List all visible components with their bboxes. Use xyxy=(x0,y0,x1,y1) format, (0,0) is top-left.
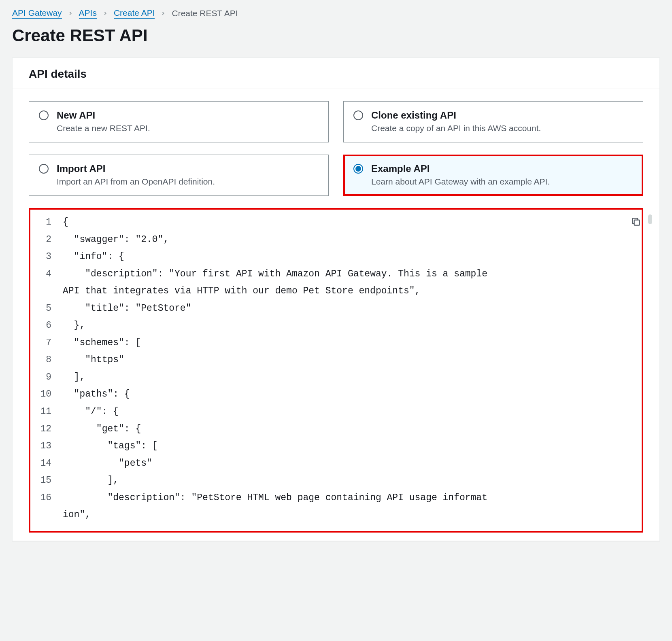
line-number: 4 xyxy=(30,265,63,283)
line-content: }, xyxy=(63,317,629,334)
line-content: { xyxy=(63,214,629,231)
chevron-right-icon xyxy=(102,8,108,18)
radio-icon xyxy=(39,110,49,120)
line-number: 8 xyxy=(30,351,63,369)
line-number: 16 xyxy=(30,489,63,507)
code-line: ion", xyxy=(30,506,629,524)
code-line: 4 "description": "Your first API with Am… xyxy=(30,265,629,283)
line-number: 7 xyxy=(30,334,63,352)
line-content: ], xyxy=(63,472,629,489)
code-line: 8 "https" xyxy=(30,351,629,369)
line-number: 15 xyxy=(30,472,63,489)
option-title: Import API xyxy=(57,163,215,174)
line-number: 2 xyxy=(30,231,63,248)
code-line: 16 "description": "PetStore HTML web pag… xyxy=(30,489,629,507)
line-number: 12 xyxy=(30,420,63,438)
code-line: 12 "get": { xyxy=(30,420,629,438)
breadcrumb-link-api-gateway[interactable]: API Gateway xyxy=(12,8,62,19)
option-import-api[interactable]: Import API Import an API from an OpenAPI… xyxy=(29,155,329,196)
line-number: 3 xyxy=(30,248,63,265)
chevron-right-icon xyxy=(160,8,166,18)
line-content: "title": "PetStore" xyxy=(63,300,629,317)
line-content: "/": { xyxy=(63,403,629,420)
line-number: 1 xyxy=(30,214,63,231)
line-content: ion", xyxy=(63,506,629,524)
radio-icon xyxy=(353,110,363,120)
line-number: 13 xyxy=(30,437,63,455)
option-desc: Import an API from an OpenAPI definition… xyxy=(57,177,215,187)
option-desc: Learn about API Gateway with an example … xyxy=(371,177,550,187)
code-line: 7 "schemes": [ xyxy=(30,334,629,352)
line-content: "schemes": [ xyxy=(63,334,629,352)
line-content: "description": "Your first API with Amaz… xyxy=(63,265,629,283)
line-content: API that integrates via HTTP with our de… xyxy=(63,282,629,300)
page-title: Create REST API xyxy=(12,26,660,45)
breadcrumb: API Gateway APIs Create API Create REST … xyxy=(12,8,660,19)
option-desc: Create a copy of an API in this AWS acco… xyxy=(371,123,541,133)
breadcrumb-current: Create REST API xyxy=(172,8,238,18)
panel-heading: API details xyxy=(13,58,659,89)
line-number: 10 xyxy=(30,386,63,403)
code-line: 9 ], xyxy=(30,369,629,386)
option-desc: Create a new REST API. xyxy=(57,123,150,133)
radio-icon xyxy=(353,164,363,174)
line-content: "get": { xyxy=(63,420,629,438)
code-line: 11 "/": { xyxy=(30,403,629,420)
line-content: "tags": [ xyxy=(63,437,629,455)
option-clone-existing-api[interactable]: Clone existing API Create a copy of an A… xyxy=(343,101,643,142)
line-number: 5 xyxy=(30,300,63,317)
code-line: 1{ xyxy=(30,214,629,231)
breadcrumb-link-apis[interactable]: APIs xyxy=(79,8,97,19)
svg-rect-0 xyxy=(634,220,640,225)
copy-button[interactable]: copy xyxy=(629,214,643,229)
code-line: 15 ], xyxy=(30,472,629,489)
line-number: 9 xyxy=(30,369,63,386)
line-number xyxy=(30,282,63,300)
code-line: 10 "paths": { xyxy=(30,386,629,403)
option-title: New API xyxy=(57,110,150,121)
line-number: 11 xyxy=(30,403,63,420)
line-content: "info": { xyxy=(63,248,629,265)
radio-icon xyxy=(39,164,49,174)
line-content: "pets" xyxy=(63,455,629,472)
code-line: 6 }, xyxy=(30,317,629,334)
line-content: ], xyxy=(63,369,629,386)
option-new-api[interactable]: New API Create a new REST API. xyxy=(29,101,329,142)
option-title: Clone existing API xyxy=(371,110,541,121)
line-number: 14 xyxy=(30,455,63,472)
line-content: "description": "PetStore HTML web page c… xyxy=(63,489,629,507)
option-example-api[interactable]: Example API Learn about API Gateway with… xyxy=(343,155,643,196)
code-line: API that integrates via HTTP with our de… xyxy=(30,282,629,300)
code-line: 14 "pets" xyxy=(30,455,629,472)
code-line: 5 "title": "PetStore" xyxy=(30,300,629,317)
api-details-panel: API details New API Create a new REST AP… xyxy=(12,57,660,541)
chevron-right-icon xyxy=(68,8,73,18)
code-line: 3 "info": { xyxy=(30,248,629,265)
code-line: 13 "tags": [ xyxy=(30,437,629,455)
code-line: 2 "swagger": "2.0", xyxy=(30,231,629,248)
api-type-options: New API Create a new REST API. Clone exi… xyxy=(29,101,643,196)
line-content: "https" xyxy=(63,351,629,369)
line-number: 6 xyxy=(30,317,63,334)
option-title: Example API xyxy=(371,163,550,174)
breadcrumb-link-create-api[interactable]: Create API xyxy=(114,8,155,19)
line-number xyxy=(30,506,63,524)
api-definition-code[interactable]: 1{2 "swagger": "2.0",3 "info": {4 "descr… xyxy=(29,208,643,533)
scrollbar-thumb[interactable] xyxy=(648,214,652,224)
line-content: "swagger": "2.0", xyxy=(63,231,629,248)
line-content: "paths": { xyxy=(63,386,629,403)
